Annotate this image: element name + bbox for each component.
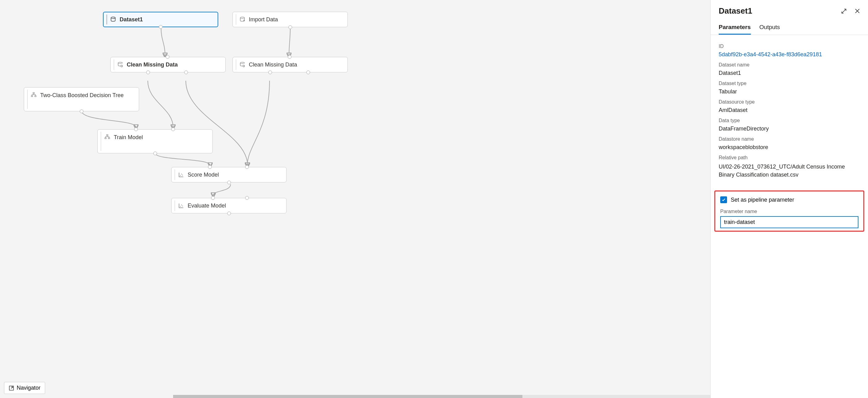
svg-point-5 (243, 65, 245, 67)
node-evaluate-model[interactable]: Evaluate Model (171, 198, 286, 213)
output-port[interactable] (268, 70, 272, 74)
scatter-icon (178, 172, 184, 178)
set-pipeline-param-checkbox[interactable] (720, 196, 727, 203)
popout-icon (9, 385, 14, 391)
input-port[interactable] (288, 55, 291, 59)
expand-icon[interactable] (841, 8, 847, 14)
pipeline-canvas[interactable]: Dataset1 Import Data Clean Missing Data … (0, 0, 710, 398)
scroll-thumb[interactable] (173, 395, 522, 398)
label-id: ID (719, 43, 860, 49)
svg-rect-10 (105, 137, 106, 139)
output-port[interactable] (227, 212, 231, 215)
svg-point-16 (181, 205, 182, 205)
node-label: Score Model (188, 172, 219, 178)
panel-title: Dataset1 (719, 6, 752, 16)
node-dataset1[interactable]: Dataset1 (103, 12, 218, 27)
input-port[interactable] (134, 127, 138, 131)
svg-point-13 (181, 174, 182, 175)
svg-rect-8 (35, 96, 36, 96)
node-boosted-tree[interactable]: Two-Class Boosted Decision Tree (24, 87, 139, 111)
label-datasource-type: Datasource type (719, 99, 860, 105)
svg-rect-7 (31, 96, 33, 96)
label-relative-path: Relative path (719, 155, 860, 160)
node-label: Clean Missing Data (249, 62, 297, 68)
svg-rect-11 (108, 137, 110, 139)
node-label: Two-Class Boosted Decision Tree (40, 92, 124, 99)
node-score-model[interactable]: Score Model (171, 167, 286, 182)
value-dataset-type: Tabular (719, 88, 860, 95)
database-icon (111, 17, 116, 22)
value-id[interactable]: 5dabf92b-e3a4-4542-a43e-f83d6ea29181 (719, 51, 860, 58)
gear-db-icon (240, 62, 245, 67)
input-port[interactable] (211, 196, 215, 200)
label-dataset-name: Dataset name (719, 62, 860, 68)
output-port[interactable] (146, 70, 150, 74)
label-dataset-type: Dataset type (719, 81, 860, 86)
value-data-type: DataFrameDirectory (719, 126, 860, 132)
navigator-label: Navigator (17, 385, 40, 391)
svg-point-1 (240, 17, 245, 19)
output-port[interactable] (153, 152, 157, 155)
output-port[interactable] (288, 25, 292, 29)
node-label: Train Model (114, 134, 143, 141)
input-port[interactable] (245, 196, 249, 200)
input-port[interactable] (166, 55, 169, 59)
tree-icon (31, 92, 36, 98)
tab-outputs[interactable]: Outputs (760, 24, 780, 35)
input-port[interactable] (171, 127, 175, 131)
value-datastore-name: workspaceblobstore (719, 144, 860, 151)
output-port[interactable] (80, 110, 84, 113)
connectors-layer (0, 0, 710, 398)
input-port[interactable] (208, 165, 212, 169)
value-dataset-name: Dataset1 (719, 70, 860, 76)
properties-panel: Dataset1 Parameters Outputs ID 5dabf92b-… (710, 0, 868, 398)
tree-icon (104, 134, 110, 140)
navigator-button[interactable]: Navigator (4, 382, 45, 394)
gear-db-icon (118, 62, 123, 67)
svg-rect-9 (106, 134, 108, 135)
check-icon (721, 197, 726, 202)
svg-rect-6 (33, 92, 35, 93)
close-icon[interactable] (855, 8, 860, 13)
svg-point-15 (180, 206, 181, 207)
parameter-name-input[interactable] (720, 216, 859, 228)
node-clean-missing-b[interactable]: Clean Missing Data (232, 57, 348, 72)
import-icon (240, 17, 245, 22)
value-datasource-type: AmlDataset (719, 107, 860, 114)
svg-point-2 (118, 62, 122, 64)
output-port[interactable] (227, 181, 231, 184)
horizontal-scrollbar[interactable] (173, 395, 710, 398)
output-port[interactable] (184, 70, 188, 74)
label-parameter-name: Parameter name (720, 209, 859, 214)
svg-point-4 (240, 62, 245, 64)
node-clean-missing-a[interactable]: Clean Missing Data (111, 57, 226, 72)
svg-point-12 (180, 175, 181, 176)
pipeline-parameter-highlight: Set as pipeline parameter Parameter name (714, 190, 864, 232)
value-relative-path: UI/02-26-2021_073612_UTC/Adult Census In… (719, 163, 860, 179)
output-port[interactable] (159, 25, 163, 29)
node-label: Evaluate Model (188, 203, 226, 209)
node-train-model[interactable]: Train Model (97, 129, 213, 153)
node-label: Clean Missing Data (127, 62, 178, 68)
label-datastore-name: Datastore name (719, 136, 860, 142)
svg-point-0 (111, 17, 115, 19)
panel-tabs: Parameters Outputs (711, 18, 868, 35)
svg-point-3 (121, 65, 123, 67)
output-port[interactable] (306, 70, 310, 74)
label-data-type: Data type (719, 118, 860, 123)
node-label: Import Data (249, 17, 278, 23)
node-import-data[interactable]: Import Data (232, 12, 348, 27)
scatter-icon (178, 203, 184, 208)
tab-parameters[interactable]: Parameters (719, 24, 751, 35)
input-port[interactable] (245, 165, 249, 169)
svg-point-14 (182, 175, 183, 175)
svg-point-17 (182, 206, 183, 206)
node-label: Dataset1 (120, 17, 143, 23)
set-pipeline-param-label: Set as pipeline parameter (731, 197, 794, 203)
